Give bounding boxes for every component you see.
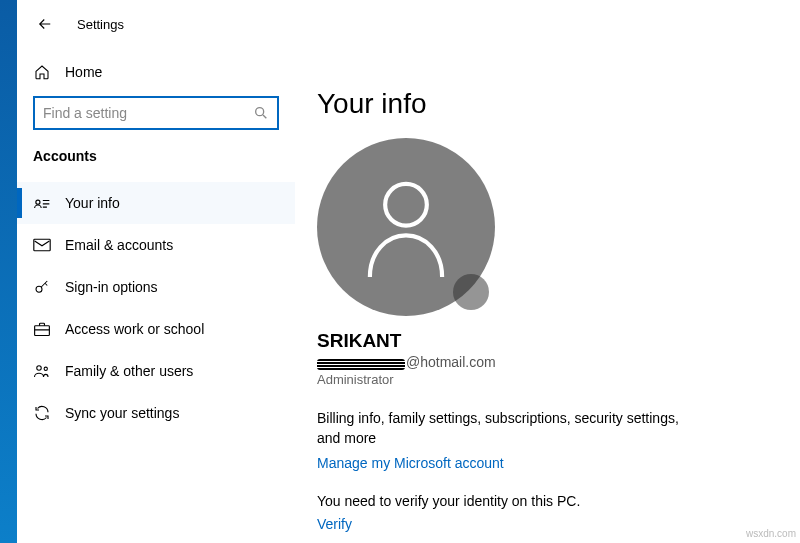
verify-link[interactable]: Verify <box>317 516 352 532</box>
svg-point-0 <box>256 108 264 116</box>
nav-home[interactable]: Home <box>17 52 295 92</box>
arrow-left-icon <box>36 15 54 33</box>
sidebar-item-your-info[interactable]: Your info <box>17 182 295 224</box>
svg-point-3 <box>36 286 42 292</box>
desktop-background-edge <box>0 0 18 543</box>
svg-point-5 <box>37 366 42 371</box>
sidebar-item-label: Your info <box>65 195 120 211</box>
key-icon <box>33 278 51 296</box>
search-field[interactable] <box>33 96 279 130</box>
svg-point-7 <box>385 184 427 226</box>
back-button[interactable] <box>33 12 57 36</box>
email-domain: @hotmail.com <box>406 354 496 370</box>
sidebar-item-label: Sign-in options <box>65 279 158 295</box>
briefcase-icon <box>33 320 51 338</box>
window-title: Settings <box>77 17 124 32</box>
account-role: Administrator <box>317 372 778 387</box>
svg-rect-4 <box>35 326 50 336</box>
person-icon <box>360 177 452 277</box>
sidebar-item-sync[interactable]: Sync your settings <box>17 392 295 434</box>
sidebar-item-email-accounts[interactable]: Email & accounts <box>17 224 295 266</box>
sidebar-item-label: Sync your settings <box>65 405 179 421</box>
sidebar-item-label: Family & other users <box>65 363 193 379</box>
sidebar-item-label: Access work or school <box>65 321 204 337</box>
titlebar: Settings <box>17 0 800 48</box>
search-input[interactable] <box>43 105 253 121</box>
sidebar-item-family-users[interactable]: Family & other users <box>17 350 295 392</box>
settings-window: Settings Home Accounts Your info <box>17 0 800 543</box>
redacted-text <box>317 359 405 370</box>
nav-home-label: Home <box>65 64 102 80</box>
person-card-icon <box>33 194 51 212</box>
svg-point-6 <box>44 367 47 370</box>
content-area: Your info SRIKANT @hotmail.com Administr… <box>295 48 800 543</box>
username: SRIKANT <box>317 330 778 352</box>
sidebar-item-work-school[interactable]: Access work or school <box>17 308 295 350</box>
mail-icon <box>33 236 51 254</box>
home-icon <box>33 64 51 80</box>
sidebar-item-signin-options[interactable]: Sign-in options <box>17 266 295 308</box>
sidebar: Home Accounts Your info Email & ac <box>17 48 295 543</box>
page-title: Your info <box>317 88 778 120</box>
verify-prompt: You need to verify your identity on this… <box>317 493 778 509</box>
avatar <box>317 138 495 316</box>
people-icon <box>33 362 51 380</box>
billing-description: Billing info, family settings, subscript… <box>317 409 697 448</box>
svg-rect-2 <box>34 239 50 250</box>
account-email: @hotmail.com <box>317 354 778 370</box>
sidebar-section-header: Accounts <box>17 142 295 182</box>
sidebar-item-label: Email & accounts <box>65 237 173 253</box>
manage-account-link[interactable]: Manage my Microsoft account <box>317 455 504 471</box>
svg-point-1 <box>36 200 40 204</box>
watermark: wsxdn.com <box>746 528 796 539</box>
sync-icon <box>33 404 51 422</box>
search-icon <box>253 105 269 121</box>
